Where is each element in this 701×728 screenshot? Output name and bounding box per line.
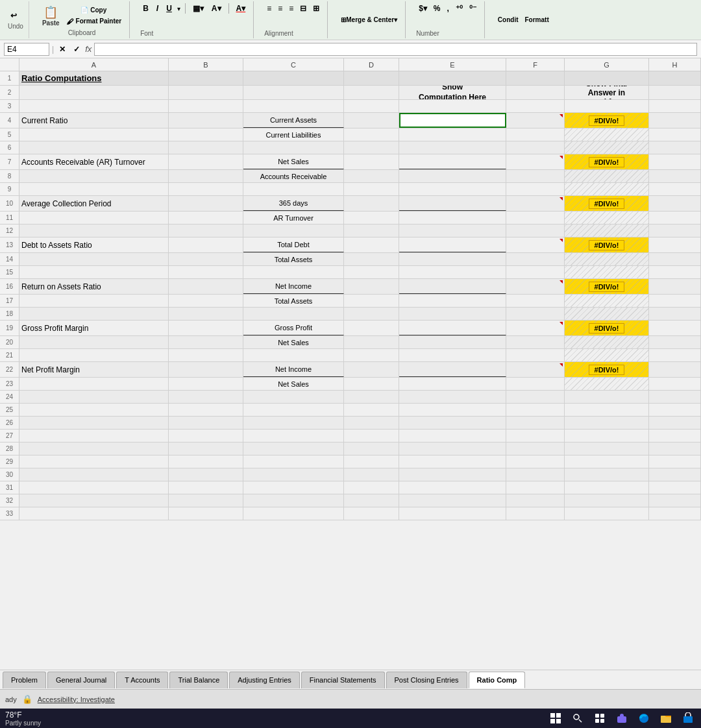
cell-27f[interactable] (506, 430, 565, 442)
cell-15c[interactable] (243, 266, 344, 278)
cell-1h[interactable] (649, 71, 701, 85)
cell-24b[interactable] (169, 391, 243, 403)
cell-30c[interactable] (243, 468, 344, 481)
cell-12h[interactable] (649, 224, 701, 237)
cell-5h[interactable] (649, 128, 701, 141)
sheet-tab-adjusting-entries[interactable]: Adjusting Entries (229, 672, 300, 688)
cell-1c[interactable] (243, 71, 344, 85)
cell-21f[interactable] (506, 349, 565, 361)
cell-27h[interactable] (649, 430, 701, 442)
cell-29d[interactable] (344, 455, 399, 468)
cell-9a[interactable] (19, 183, 169, 195)
cell-15a[interactable] (19, 266, 169, 278)
cell-net-profit-label[interactable]: Net Profit Margin (19, 362, 169, 377)
cell-gross-profit-num[interactable]: Gross Profit (243, 321, 344, 335)
cell-gross-profit-label[interactable]: Gross Profit Margin (19, 321, 169, 335)
cell-ar-turnover-label[interactable]: Accounts Receivable (AR) Turnover (19, 154, 169, 169)
cell-33g[interactable] (565, 507, 649, 520)
cell-7h[interactable] (649, 154, 701, 169)
cell-16h[interactable] (649, 279, 701, 294)
cell-25a[interactable] (19, 404, 169, 416)
cell-12e[interactable] (399, 224, 506, 237)
cell-20g[interactable] (565, 336, 649, 348)
cell-24c[interactable] (243, 391, 344, 403)
cell-31g[interactable] (565, 481, 649, 494)
cell-17g[interactable] (565, 295, 649, 307)
cell-28e[interactable] (399, 443, 506, 455)
cell-11h[interactable] (649, 212, 701, 224)
confirm-formula-button[interactable]: ✓ (71, 43, 82, 55)
cell-11g[interactable] (565, 212, 649, 224)
cell-14e[interactable] (399, 253, 506, 265)
sheet-tab-post-closing[interactable]: Post Closing Entries (386, 672, 467, 688)
cell-23b[interactable] (169, 378, 243, 390)
cell-18h[interactable] (649, 308, 701, 320)
cell-24e[interactable] (399, 391, 506, 403)
cell-19b[interactable] (169, 321, 243, 335)
cell-1b[interactable] (169, 71, 243, 85)
cell-20b[interactable] (169, 336, 243, 348)
cell-4d[interactable] (344, 113, 399, 128)
cell-22b[interactable] (169, 362, 243, 377)
cell-30e[interactable] (399, 468, 506, 481)
cell-30a[interactable] (19, 468, 169, 481)
cell-8g[interactable] (565, 170, 649, 182)
cell-32e[interactable] (399, 494, 506, 507)
cell-13d[interactable] (344, 237, 399, 252)
cell-14b[interactable] (169, 253, 243, 265)
cell-3h[interactable] (649, 100, 701, 112)
copy-button[interactable]: 📄 Copy (64, 5, 125, 15)
cell-18g[interactable] (565, 308, 649, 320)
cell-23a[interactable] (19, 378, 169, 390)
cell-14a[interactable] (19, 253, 169, 265)
cell-12f[interactable] (506, 224, 565, 237)
cell-25e[interactable] (399, 404, 506, 416)
cell-22e[interactable] (399, 362, 506, 377)
cell-12c[interactable] (243, 224, 344, 237)
cell-7f[interactable] (506, 154, 565, 169)
cell-10f[interactable] (506, 196, 565, 211)
cell-19h[interactable] (649, 321, 701, 335)
cell-25g[interactable] (565, 404, 649, 416)
cell-current-liab-den[interactable]: Current Liabilities (243, 128, 344, 141)
format-as-button[interactable]: Formatt (523, 15, 552, 25)
cell-17e[interactable] (399, 295, 506, 307)
percent-button[interactable]: % (431, 3, 443, 14)
cell-14h[interactable] (649, 253, 701, 265)
cell-17b[interactable] (169, 295, 243, 307)
cell-1d[interactable] (344, 71, 399, 85)
cell-8e[interactable] (399, 170, 506, 182)
cell-15d[interactable] (344, 266, 399, 278)
cell-10h[interactable] (649, 196, 701, 211)
store-icon[interactable] (680, 710, 696, 726)
cell-27e[interactable] (399, 430, 506, 442)
cell-total-assets-den2[interactable]: Total Assets (243, 295, 344, 307)
cell-21c[interactable] (243, 349, 344, 361)
cell-7b[interactable] (169, 154, 243, 169)
cell-22h[interactable] (649, 362, 701, 377)
cell-24h[interactable] (649, 391, 701, 403)
cell-16d[interactable] (344, 279, 399, 294)
cell-20f[interactable] (506, 336, 565, 348)
cell-13g-error[interactable]: #DIV/o! (565, 237, 649, 252)
cell-28g[interactable] (565, 443, 649, 455)
cell-23e[interactable] (399, 378, 506, 390)
cell-6a[interactable] (19, 141, 169, 154)
cell-4h[interactable] (649, 113, 701, 128)
cell-20e[interactable] (399, 336, 506, 348)
cell-19e[interactable] (399, 321, 506, 335)
cell-19f[interactable] (506, 321, 565, 335)
cell-2f[interactable] (506, 86, 565, 99)
cell-9f[interactable] (506, 183, 565, 195)
cell-14g[interactable] (565, 253, 649, 265)
cell-29a[interactable] (19, 455, 169, 468)
cell-18e[interactable] (399, 308, 506, 320)
cell-15e[interactable] (399, 266, 506, 278)
cell-26h[interactable] (649, 417, 701, 429)
dec-increase-button[interactable]: ⁺⁰ (453, 3, 465, 14)
italic-button[interactable]: I (154, 3, 161, 14)
edge-icon[interactable] (636, 710, 652, 726)
cell-31e[interactable] (399, 481, 506, 494)
fill-color-button[interactable]: A▾ (209, 3, 224, 14)
comma-button[interactable]: , (445, 3, 452, 14)
